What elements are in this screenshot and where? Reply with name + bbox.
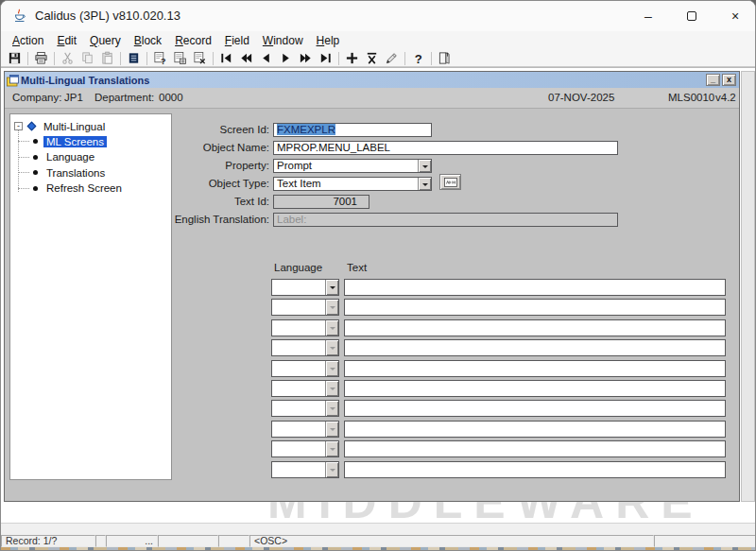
- save-button[interactable]: [5, 50, 25, 66]
- editor-button[interactable]: [439, 174, 461, 190]
- chevron-down-icon: [330, 347, 335, 353]
- language-dropdown-button[interactable]: [325, 320, 338, 336]
- form-minimize-button[interactable]: _: [706, 74, 720, 86]
- vertical-scrollbar[interactable]: [741, 71, 755, 502]
- cancel-query-button[interactable]: [190, 50, 210, 66]
- abc-editor-icon: [444, 178, 457, 187]
- form-close-button[interactable]: x: [722, 74, 736, 86]
- mdi-area: MIDDLEWARE Multi-Lingual Translations _ …: [1, 67, 756, 523]
- language-dropdown-button[interactable]: [325, 361, 338, 376]
- menu-record[interactable]: Record: [168, 32, 218, 49]
- print-icon: [34, 51, 48, 65]
- language-dropdown-button[interactable]: [325, 401, 338, 416]
- language-dropdown-button[interactable]: [325, 300, 338, 315]
- module-id: MLS0010: [668, 92, 714, 103]
- text-input-row-3[interactable]: [344, 319, 726, 336]
- close-button[interactable]: ×: [713, 1, 756, 31]
- first-record-button[interactable]: [216, 50, 236, 66]
- language-dropdown-button[interactable]: [325, 340, 338, 355]
- object-type-dropdown-button[interactable]: [418, 178, 431, 190]
- menu-field[interactable]: Field: [218, 32, 256, 49]
- language-select-row-2[interactable]: [271, 299, 339, 316]
- object-type-label: Object Type:: [5, 178, 269, 189]
- paste-button[interactable]: [97, 50, 117, 66]
- menu-help[interactable]: Help: [310, 32, 347, 49]
- text-input-row-7[interactable]: [344, 400, 726, 417]
- screen-id-value: FXMEXPLR: [277, 124, 335, 135]
- language-select-row-1[interactable]: [271, 279, 339, 296]
- desktop-edge-strip: [1, 547, 756, 551]
- execute-query-button[interactable]: [170, 50, 190, 66]
- text-column-header: Text: [347, 262, 367, 273]
- toolbar-separator: [338, 52, 339, 65]
- help-button[interactable]: ?: [408, 50, 428, 66]
- property-dropdown-button[interactable]: [418, 160, 431, 172]
- language-select-row-6[interactable]: [271, 380, 339, 397]
- cut-button[interactable]: [58, 50, 77, 66]
- language-select-row-9[interactable]: [271, 440, 339, 457]
- language-select-row-7[interactable]: [271, 400, 339, 417]
- text-input-row-4[interactable]: [344, 339, 726, 356]
- exit-icon: [438, 51, 452, 65]
- object-name-value: MPROP.MENU_LABEL: [277, 142, 390, 153]
- language-select-row-8[interactable]: [271, 421, 339, 438]
- language-dropdown-button[interactable]: [325, 422, 338, 437]
- form-titlebar: Multi-Lingual Translations _ x: [5, 72, 739, 88]
- last-record-button[interactable]: [316, 50, 335, 66]
- text-input-row-10[interactable]: [344, 461, 726, 478]
- maximize-button[interactable]: [670, 1, 713, 31]
- toolbar-separator: [27, 52, 28, 65]
- text-input-row-1[interactable]: [344, 279, 726, 296]
- lock-record-button[interactable]: [382, 50, 402, 66]
- language-dropdown-button[interactable]: [325, 280, 338, 295]
- next-record-button[interactable]: [276, 50, 296, 66]
- chevron-down-icon: [330, 306, 335, 312]
- menu-action[interactable]: Action: [6, 32, 50, 49]
- delete-record-icon: [365, 51, 379, 65]
- property-select[interactable]: Prompt: [273, 159, 432, 173]
- print-button[interactable]: [31, 50, 51, 66]
- language-select-row-10[interactable]: [271, 461, 339, 478]
- copy-icon: [80, 51, 94, 65]
- chevron-down-icon: [422, 165, 428, 171]
- language-dropdown-button[interactable]: [325, 441, 338, 456]
- company-label: Company:: [12, 92, 61, 103]
- text-input-row-2[interactable]: [344, 299, 726, 316]
- previous-block-button[interactable]: [236, 50, 256, 66]
- object-type-select[interactable]: Text Item: [273, 177, 432, 191]
- enter-query-button[interactable]: ?: [150, 50, 170, 66]
- object-name-input[interactable]: MPROP.MENU_LABEL: [273, 141, 618, 155]
- text-id-field: 7001: [273, 195, 369, 209]
- form-content: - Multi-Lingual ML ScreensLanguageTransl…: [5, 109, 739, 501]
- delete-record-button[interactable]: [362, 50, 382, 66]
- chevron-down-icon: [330, 407, 335, 413]
- module-version: v4.2: [715, 92, 736, 103]
- insert-record-button[interactable]: [342, 50, 362, 66]
- language-select-row-5[interactable]: [271, 360, 339, 377]
- minimize-button[interactable]: –: [627, 1, 670, 31]
- previous-record-icon: [259, 51, 273, 65]
- language-select-row-4[interactable]: [271, 339, 339, 356]
- text-input-row-6[interactable]: [344, 380, 726, 397]
- menu-query[interactable]: Query: [83, 32, 128, 49]
- company-value: JP1: [64, 92, 83, 103]
- english-translation-value: Label:: [277, 214, 306, 225]
- menu-window[interactable]: Window: [256, 32, 310, 49]
- copy-button[interactable]: [77, 50, 97, 66]
- screen-id-input[interactable]: FXMEXPLR: [273, 123, 432, 137]
- text-input-row-9[interactable]: [344, 440, 726, 457]
- language-dropdown-button[interactable]: [325, 381, 338, 396]
- previous-record-button[interactable]: [256, 50, 276, 66]
- english-translation-label: English Translation:: [5, 214, 269, 225]
- block-menu-button[interactable]: [124, 50, 144, 66]
- menu-edit[interactable]: Edit: [50, 32, 83, 49]
- bullet-icon: [33, 155, 38, 160]
- language-select-row-3[interactable]: [271, 319, 339, 336]
- text-input-row-8[interactable]: [344, 421, 726, 438]
- next-block-button[interactable]: [296, 50, 316, 66]
- language-dropdown-button[interactable]: [325, 462, 338, 477]
- menu-block[interactable]: Block: [128, 32, 168, 49]
- exit-button[interactable]: [435, 50, 455, 66]
- text-input-row-5[interactable]: [344, 360, 726, 377]
- chevron-down-icon: [330, 428, 335, 434]
